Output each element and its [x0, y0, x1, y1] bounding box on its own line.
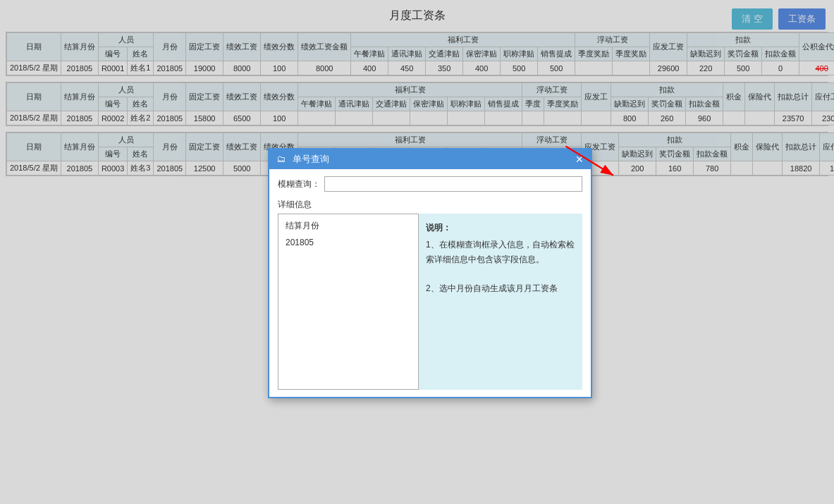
dialog-body: 模糊查询： 详细信息 结算月份 201805 说明： 1、在模糊查询框录入信息，…: [269, 169, 591, 397]
dialog-title-content: 🗂 单号查询: [276, 153, 329, 166]
dialog-search-input[interactable]: [324, 176, 582, 192]
dialog-title-text: 单号查询: [293, 154, 329, 164]
dialog-detail-area: 结算月份 201805 说明： 1、在模糊查询框录入信息，自动检索检索详细信息中…: [278, 214, 582, 390]
instructions-text: 1、在模糊查询框录入信息，自动检索检索详细信息中包含该字段信息。2、选中月份自动…: [426, 238, 575, 295]
list-item-201805[interactable]: 201805: [283, 236, 414, 249]
dialog-list-box[interactable]: 结算月份 201805: [278, 214, 419, 390]
dialog-detail-label: 详细信息: [278, 199, 582, 211]
dialog-instructions: 说明： 1、在模糊查询框录入信息，自动检索检索详细信息中包含该字段信息。2、选中…: [419, 214, 582, 390]
instructions-title: 说明：: [426, 221, 575, 235]
dialog-icon: 🗂: [276, 154, 286, 164]
query-dialog: 🗂 单号查询 ✕ 模糊查询： 详细信息 结算月份 201805 说明： 1、在模…: [268, 148, 592, 398]
dialog-search-row: 模糊查询：: [278, 176, 582, 192]
list-item-header[interactable]: 结算月份: [283, 219, 414, 233]
dialog-titlebar: 🗂 单号查询 ✕: [269, 149, 591, 169]
dialog-search-label: 模糊查询：: [278, 178, 320, 190]
dialog-close-button[interactable]: ✕: [575, 154, 584, 164]
